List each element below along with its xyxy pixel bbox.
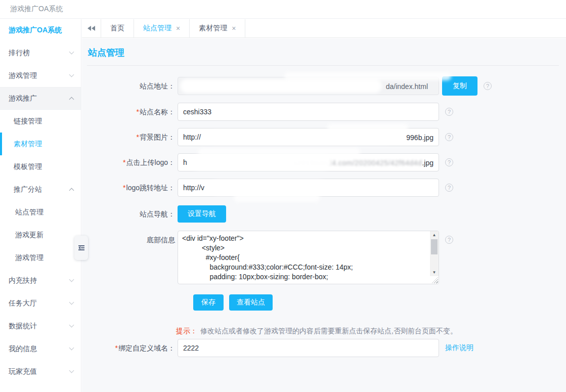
form-row-site-name: *站点名称： ? (82, 103, 566, 121)
logo-upload-obscured-text: s2019wan34.com/20200425/42f64d4d (293, 159, 422, 167)
chevron-down-icon (69, 300, 74, 305)
blur-redaction (208, 130, 393, 144)
scrollbar-thumb[interactable] (431, 239, 438, 254)
bg-image-visible-text: 996b.jpg (406, 128, 433, 147)
chevron-down-icon (69, 323, 74, 328)
sidebar-item-my-info[interactable]: 我的信息 (0, 337, 81, 360)
sidebar-brand[interactable]: 游戏推广OA系统 (0, 19, 81, 41)
logo-upload-label: *点击上传logo： (82, 153, 175, 171)
question-icon[interactable]: ? (484, 82, 492, 90)
form-row-custom-domain: *绑定自定义域名： 操作说明 (82, 339, 566, 357)
question-icon[interactable]: ? (445, 108, 453, 116)
form-row-logo-upload: *点击上传logo： h s2019wan34.com/20200425/42f… (82, 153, 566, 171)
sidebar-item-player-recharge[interactable]: 玩家充值 (0, 360, 81, 383)
resize-grip[interactable] (432, 277, 438, 283)
sidebar-item-link-management[interactable]: 链接管理 (0, 110, 81, 133)
logo-upload-visible-text: .jpg (422, 159, 433, 167)
sidebar-item-game-update[interactable]: 游戏更新 (0, 224, 81, 246)
question-icon[interactable]: ? (445, 184, 453, 192)
tip-label: 提示： (176, 327, 197, 335)
chevron-down-icon (69, 368, 74, 373)
question-icon[interactable]: ? (445, 236, 453, 244)
form-row-logo-link: *logo跳转地址： http://v ? (82, 179, 566, 197)
double-left-arrow-icon (88, 26, 96, 31)
sidebar-item-ranking[interactable]: 排行榜 (0, 41, 81, 64)
sidebar-item-task-hall[interactable]: 任务大厅 (0, 292, 81, 315)
chevron-down-icon (69, 345, 74, 351)
question-icon[interactable]: ? (445, 158, 453, 166)
sidebar-item-recharge-support[interactable]: 内充扶持 (0, 269, 81, 292)
form-row-footer-info: 底部信息 <div id="xy-footer"> <style> #xy-fo… (82, 231, 566, 284)
tab-site-management[interactable]: 站点管理 × (134, 19, 190, 37)
copy-button[interactable]: 复制 (442, 76, 477, 96)
site-url-visible-text: da/index.html (386, 77, 428, 96)
required-asterisk: * (123, 184, 125, 192)
sidebar-item-game-management-sub[interactable]: 游戏管理 (0, 246, 81, 269)
logo-upload-prefix: h (183, 158, 187, 166)
form-row-bg-image: *背景图片： http:// 996b.jpg ? (82, 128, 566, 146)
bg-image-field[interactable]: http:// 996b.jpg (178, 128, 439, 146)
logo-link-label: *logo跳转地址： (82, 179, 175, 197)
site-url-field: da/index.html (178, 77, 439, 95)
form-row-site-url: 站点地址： da/index.html 复制 ? (82, 76, 566, 96)
sidebar-collapse-handle[interactable] (74, 236, 88, 260)
sidebar-item-promotion-substation[interactable]: 推广分站 (0, 178, 81, 201)
sidebar-item-game-management[interactable]: 游戏管理 (0, 64, 81, 87)
logo-link-prefix: http://v (183, 184, 204, 192)
sidebar: 游戏推广OA系统 排行榜 游戏管理 游戏推广 链接管理 素材管理 模板管理 推广… (0, 19, 81, 392)
sidebar-item-game-promotion[interactable]: 游戏推广 (0, 87, 81, 110)
close-icon[interactable]: × (232, 25, 236, 32)
tab-material-management[interactable]: 素材管理 × (190, 19, 245, 37)
chevron-up-icon (69, 188, 74, 193)
blur-redaction (210, 180, 327, 195)
footer-info-label: 底部信息 (82, 231, 175, 245)
textarea-scrollbar[interactable]: ▲ ▼ (430, 231, 439, 276)
save-button[interactable]: 保存 (193, 294, 224, 311)
view-site-button[interactable]: 查看站点 (229, 294, 273, 311)
scroll-up-icon[interactable]: ▲ (430, 231, 439, 239)
set-navigation-button[interactable]: 设置导航 (178, 205, 226, 223)
chevron-down-icon (69, 72, 74, 77)
blur-redaction (327, 124, 408, 132)
sidebar-item-site-management[interactable]: 站点管理 (0, 201, 81, 224)
footer-info-code: <div id="xy-footer"> <style> #xy-footer{… (178, 231, 430, 284)
question-icon[interactable]: ? (445, 133, 453, 141)
operation-instructions-link[interactable]: 操作说明 (445, 343, 473, 353)
sidebar-item-material-management[interactable]: 素材管理 (0, 133, 81, 155)
page-title: 站点管理 (88, 47, 566, 59)
chevron-down-icon (69, 50, 74, 55)
sidebar-item-data-statistics[interactable]: 数据统计 (0, 315, 81, 337)
tab-home[interactable]: 首页 (101, 19, 134, 37)
app-title: 游戏推广OA系统 (10, 5, 63, 14)
form-actions: 保存 查看站点 (193, 294, 566, 311)
tab-bar: 首页 站点管理 × 素材管理 × (82, 19, 566, 38)
chevron-up-icon (69, 97, 74, 102)
collapse-sidebar-icon (78, 245, 85, 251)
required-asterisk: * (137, 133, 139, 141)
custom-domain-input[interactable] (178, 339, 439, 357)
logo-upload-field[interactable]: h s2019wan34.com/20200425/42f64d4d.jpg (178, 153, 439, 171)
custom-domain-label: *绑定自定义域名： (82, 339, 175, 357)
site-form: 站点地址： da/index.html 复制 ? *站点名称： ? *背景图片： (82, 76, 566, 357)
site-name-label: *站点名称： (82, 103, 175, 121)
close-icon[interactable]: × (176, 25, 180, 32)
bg-image-label: *背景图片： (82, 128, 175, 146)
footer-info-textarea[interactable]: <div id="xy-footer"> <style> #xy-footer{… (178, 231, 439, 284)
required-asterisk: * (115, 344, 118, 352)
blur-redaction (234, 194, 320, 202)
required-asterisk: * (137, 108, 139, 116)
logo-link-field[interactable]: http://v (178, 179, 439, 197)
tip-text: 修改站点或者修改了游戏管理的内容后需要重新点击保存站点,否则前台页面不变。 (200, 327, 457, 335)
title-divider (87, 65, 559, 66)
collapse-tabs-button[interactable] (82, 19, 101, 37)
form-row-site-nav: 站点导航： 设置导航 (82, 205, 566, 223)
sidebar-item-template-management[interactable]: 模板管理 (0, 155, 81, 178)
blur-redaction (180, 79, 382, 93)
site-name-input[interactable] (178, 103, 439, 121)
chevron-down-icon (69, 277, 74, 282)
top-header-bar: 游戏推广OA系统 (0, 0, 566, 19)
tip-row: 提示：修改站点或者修改了游戏管理的内容后需要重新点击保存站点,否则前台页面不变。 (176, 326, 566, 336)
scroll-down-icon[interactable]: ▼ (430, 269, 439, 276)
main-content: 站点管理 站点地址： da/index.html 复制 ? *站点名称： ? (82, 38, 566, 392)
site-url-label: 站点地址： (82, 77, 175, 95)
